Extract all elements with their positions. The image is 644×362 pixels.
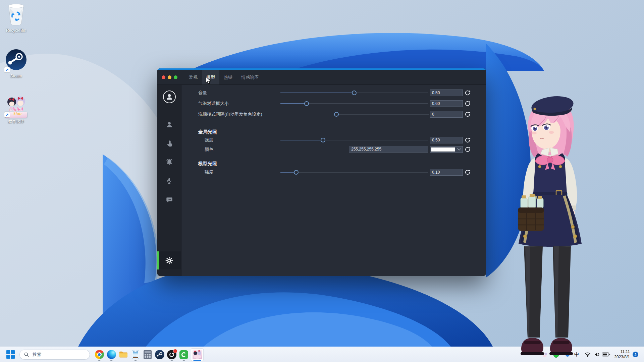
taskbar-app-obs[interactable]	[166, 347, 178, 362]
global-light-color-label: 颜色	[205, 146, 213, 153]
global-light-color-dropdown[interactable]	[430, 146, 463, 153]
desktop-icon-steam[interactable]: Steam	[1, 49, 31, 78]
desktop-mate-character[interactable]	[506, 92, 607, 357]
taskbar-app-chrome[interactable]	[93, 347, 105, 362]
start-button[interactable]	[5, 347, 16, 362]
brainwash-interval-reset-button[interactable]	[465, 111, 471, 117]
taskbar-app-calculator[interactable]	[142, 347, 154, 362]
shortcut-arrow-icon	[4, 67, 10, 72]
clock[interactable]: 11:11 2023/8/1	[608, 349, 630, 360]
chrome-icon	[95, 350, 104, 359]
brainwash-interval-value-input[interactable]	[430, 111, 463, 118]
brainwash-interval-label: 洗脑模式间隔(自动重发角色设定)	[198, 111, 262, 117]
volume-label: 音量	[198, 90, 207, 96]
brainwash-interval-slider-handle[interactable]	[334, 112, 339, 117]
tab-emotion-response[interactable]: 情感响应	[237, 70, 263, 84]
settings-panel: 音量 气泡对话框大小	[181, 85, 486, 276]
close-button[interactable]	[162, 75, 165, 79]
sidebar-item-chat[interactable]	[157, 196, 181, 203]
volume-slider-handle[interactable]	[352, 90, 357, 95]
brainwash-interval-slider[interactable]	[334, 112, 429, 117]
digital-mate-label: 数字伙伴	[1, 119, 31, 124]
settings-window: 常规 模型 热键 情感响应	[157, 68, 486, 276]
file-explorer-icon	[119, 351, 128, 359]
notification-badge[interactable]: 2	[633, 352, 638, 357]
window-sidebar	[157, 85, 181, 276]
model-light-intensity-slider[interactable]	[280, 170, 428, 175]
bubble-size-slider-handle[interactable]	[304, 101, 309, 106]
sidebar-item-touch[interactable]	[157, 140, 181, 148]
sidebar-item-settings[interactable]	[157, 251, 181, 269]
bubble-size-reset-button[interactable]	[465, 101, 471, 107]
edge-icon	[107, 350, 116, 359]
taskbar-search[interactable]	[19, 350, 90, 360]
chevron-down-icon	[457, 147, 461, 150]
sidebar-item-microphone[interactable]	[157, 177, 181, 185]
chat-bubble-icon	[166, 196, 173, 203]
desktop-icon-digital-mate[interactable]: Digital Mate 数字伙伴	[1, 95, 31, 124]
notepad-icon	[132, 350, 139, 359]
tab-general[interactable]: 常规	[184, 70, 202, 84]
bubble-size-label: 气泡对话框大小	[198, 101, 229, 107]
global-light-color-reset-button[interactable]	[465, 146, 471, 153]
global-light-color-value-input[interactable]	[349, 146, 428, 153]
search-input[interactable]	[32, 352, 84, 357]
clock-date: 2023/8/1	[608, 354, 630, 360]
steam-icon	[5, 49, 27, 73]
global-light-section-header: 全局光照	[198, 129, 217, 135]
global-light-intensity-value-input[interactable]	[430, 137, 463, 143]
volume-slider[interactable]	[280, 90, 428, 96]
bell-icon	[165, 158, 173, 166]
recording-indicator	[173, 349, 177, 353]
taskbar-app-camtasia[interactable]	[178, 347, 190, 362]
volume-value-input[interactable]	[430, 89, 463, 96]
gear-icon	[165, 256, 173, 265]
steam-taskbar-icon	[155, 350, 164, 359]
taskbar-app-file-explorer[interactable]	[117, 347, 129, 362]
steam-label: Steam	[1, 74, 31, 78]
digital-mate-logo-line2: Mate	[13, 112, 22, 116]
sidebar-item-user[interactable]	[157, 121, 181, 128]
color-swatch	[431, 147, 455, 152]
avatar-icon	[163, 90, 176, 103]
taskbar-app-digital-mate[interactable]	[190, 347, 205, 362]
calculator-icon	[144, 350, 152, 359]
search-icon	[24, 352, 29, 357]
bubble-size-slider[interactable]	[280, 101, 428, 106]
user-icon	[166, 121, 173, 128]
minimize-button[interactable]	[168, 75, 171, 79]
taskbar-app-notepad[interactable]	[129, 347, 142, 362]
global-light-intensity-slider[interactable]	[280, 137, 428, 143]
desktop-icon-recycle-bin[interactable]: RecycleBin	[1, 2, 31, 33]
desktop-screen: RecycleBin Steam	[0, 0, 644, 362]
bubble-size-value-input[interactable]	[430, 100, 463, 107]
maximize-button[interactable]	[174, 75, 177, 79]
recycle-bin-label: RecycleBin	[1, 28, 31, 33]
mouse-cursor	[205, 76, 212, 85]
camtasia-icon	[179, 350, 188, 359]
global-light-intensity-reset-button[interactable]	[465, 137, 471, 143]
model-light-intensity-label: 强度	[205, 169, 213, 175]
global-light-intensity-slider-handle[interactable]	[321, 138, 325, 142]
taskbar-app-steam[interactable]	[154, 347, 166, 362]
shortcut-arrow-icon	[4, 112, 10, 117]
touch-icon	[166, 140, 173, 148]
windows-start-icon	[6, 350, 15, 359]
digital-mate-icon: Digital Mate	[5, 95, 27, 118]
obs-icon	[167, 350, 176, 359]
model-light-intensity-reset-button[interactable]	[465, 169, 471, 175]
model-light-intensity-value-input[interactable]	[430, 169, 463, 176]
recycle-bin-icon	[5, 2, 27, 27]
global-light-intensity-label: 强度	[205, 137, 213, 143]
microphone-icon	[166, 177, 173, 185]
taskbar-app-edge[interactable]	[105, 347, 117, 362]
traffic-lights	[162, 75, 177, 79]
sidebar-item-notifications[interactable]	[157, 158, 181, 166]
tab-bar: 常规 模型 热键 情感响应	[184, 70, 263, 84]
tab-hotkeys[interactable]: 热键	[219, 70, 237, 84]
model-light-intensity-slider-handle[interactable]	[294, 170, 299, 175]
volume-reset-button[interactable]	[465, 90, 471, 96]
clock-time: 11:11	[608, 349, 630, 354]
sidebar-item-avatar[interactable]	[157, 90, 181, 103]
digital-mate-taskbar-icon	[191, 348, 204, 361]
